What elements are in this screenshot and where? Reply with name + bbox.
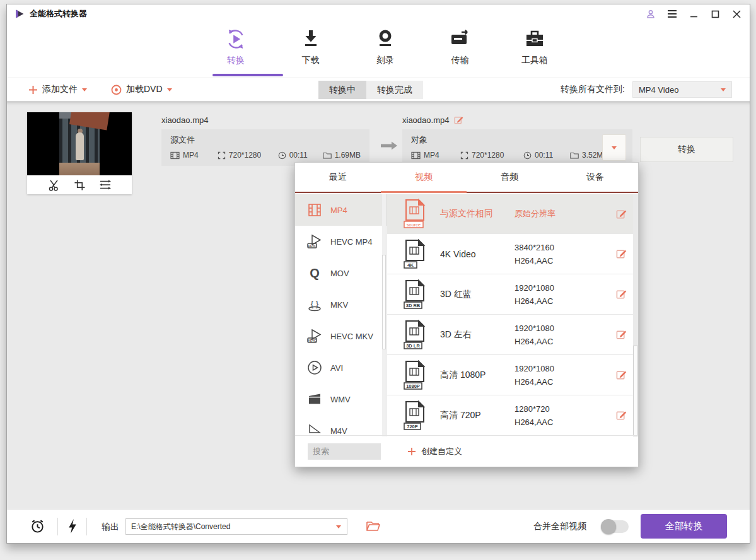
preset-name: 4K Video [440,249,515,259]
target-preset-dropdown-button[interactable] [602,134,626,161]
preset-resolution: 1920*1080 [515,324,609,333]
effects-sliders-icon[interactable] [99,179,112,190]
active-tab-underline [212,74,283,76]
format-item-wmv[interactable]: WMV [295,383,387,415]
nav-tab-transfer[interactable]: 传输 [433,27,487,66]
duration-clock-icon [523,151,532,160]
minimize-button[interactable] [688,8,699,20]
add-file-button[interactable]: 添加文件 [28,84,87,95]
open-folder-icon[interactable] [366,520,380,532]
chevron-down-icon[interactable] [336,525,341,528]
create-custom-button[interactable]: 创建自定义 [407,446,462,457]
download-icon [300,27,322,51]
nav-label-burn: 刻录 [376,55,394,66]
preset-badge: 1080P [406,383,420,389]
preset-row-720p[interactable]: 720P 高清 720P 1280*720H264,AAC [387,395,638,435]
output-path-input[interactable] [126,522,336,531]
toolbar: 添加文件 加载DVD 转换中 转换完成 转换所有文件到: MP4 Video [7,78,750,102]
edit-preset-icon[interactable] [616,329,627,340]
preset-row-4k[interactable]: 4K 4K Video 3840*2160H264,AAC [387,233,638,274]
format-label: MKV [330,300,348,310]
bottom-bar: 输出 合并全部视频 全部转换 [7,509,750,543]
preset-tab-video[interactable]: 视频 [381,163,467,192]
preset-row-3d-lr[interactable]: 3D LR 3D 左右 1920*1080H264,AAC [387,314,638,354]
format-item-m4v[interactable]: M4V [295,415,387,436]
merge-videos-toggle[interactable] [601,520,629,533]
preset-codec: H264,AAC [515,256,609,265]
output-label: 输出 [102,522,119,533]
file-size-folder-icon [323,151,332,159]
titlebar: 全能格式转换器 [7,4,750,23]
preset-search-input[interactable] [308,443,381,460]
load-dvd-button[interactable]: 加载DVD [111,84,172,95]
source-duration: 00:11 [289,151,308,160]
schedule-clock-icon[interactable] [30,518,45,534]
duration-clock-icon [278,151,286,160]
plus-icon [28,85,38,95]
edit-preset-icon[interactable] [616,289,627,300]
preset-list: source 与源文件相同 原始分辨率 4K 4K Video 3840*216… [387,194,638,436]
preset-name: 与源文件相同 [440,208,515,219]
preset-name: 高清 1080P [440,370,515,381]
crop-icon[interactable] [74,179,85,190]
convert-button[interactable]: 转换 [640,137,733,162]
preset-row-3d-rb[interactable]: 3D RB 3D 红蓝 1920*1080H264,AAC [387,274,638,314]
target-format-select[interactable]: MP4 Video [632,81,732,98]
format-label: AVI [330,363,343,373]
format-list-scrollbar[interactable] [382,194,386,436]
convert-icon [224,27,248,51]
preset-name: 3D 红蓝 [440,289,515,300]
video-thumbnail-card [27,112,132,194]
preset-tab-device[interactable]: 设备 [552,163,638,192]
close-button[interactable] [731,8,742,20]
preset-list-scrollbar[interactable] [633,194,638,436]
high-speed-lightning-icon[interactable] [67,518,78,534]
nav-tab-toolbox[interactable]: 工具箱 [508,27,562,66]
preset-resolution: 1920*1080 [515,283,609,293]
source-format: MP4 [183,151,199,160]
preset-row-1080p[interactable]: 1080P 高清 1080P 1920*1080H264,AAC [387,354,638,395]
chevron-down-icon [721,88,726,91]
transfer-icon [449,27,472,51]
toggle-knob [601,519,616,534]
target-info-box: 对象 MP4 720*1280 00:11 3.52MB [402,129,632,166]
preset-badge: source [407,222,421,228]
target-resolution: 720*1280 [472,151,504,160]
format-label: WMV [330,395,351,404]
format-item-avi[interactable]: AVI [295,352,387,383]
edit-preset-icon[interactable] [616,410,627,421]
preset-row-source[interactable]: source 与源文件相同 原始分辨率 [387,194,638,233]
format-item-hevc-mp4[interactable]: HEVC HEVC MP4 [295,226,387,257]
menu-icon[interactable] [666,8,678,20]
nav-tab-convert[interactable]: 转换 [209,27,263,66]
format-item-mov[interactable]: Q MOV [295,257,387,289]
convert-all-button[interactable]: 全部转换 [641,514,727,539]
target-format-value: MP4 Video [639,85,678,95]
edit-preset-icon[interactable] [616,370,627,380]
edit-preset-icon[interactable] [616,209,627,219]
preset-panel-footer: 创建自定义 [295,435,638,467]
preset-tab-recent[interactable]: 最近 [295,163,381,192]
preset-badge: 720P [407,424,418,429]
tab-converting[interactable]: 转换中 [318,81,366,99]
preset-panel: 最近 视频 音频 设备 MP4 HEVC HEVC MP4 Q MOV [294,162,639,467]
video-thumbnail[interactable] [27,112,132,175]
tab-finished[interactable]: 转换完成 [366,81,423,99]
format-item-hevc-mkv[interactable]: HEVC HEVC MKV [295,320,387,352]
chevron-down-icon [612,146,617,149]
format-label: HEVC MKV [330,332,373,341]
trim-scissors-icon[interactable] [48,179,60,191]
preset-resolution: 1280*720 [515,404,609,414]
chevron-down-icon [82,88,87,91]
format-item-mkv[interactable]: { } MKV [295,289,387,320]
maximize-button[interactable] [709,8,721,20]
format-item-mp4[interactable]: MP4 [295,194,387,226]
mkv-braces-icon: { } [306,296,323,313]
rename-edit-icon[interactable] [454,115,463,125]
preset-tab-audio[interactable]: 音频 [467,163,552,192]
resolution-icon [218,151,226,160]
account-icon[interactable] [645,8,656,20]
nav-tab-download[interactable]: 下载 [284,27,338,66]
edit-preset-icon[interactable] [616,248,627,259]
nav-tab-burn[interactable]: 刻录 [358,27,412,66]
